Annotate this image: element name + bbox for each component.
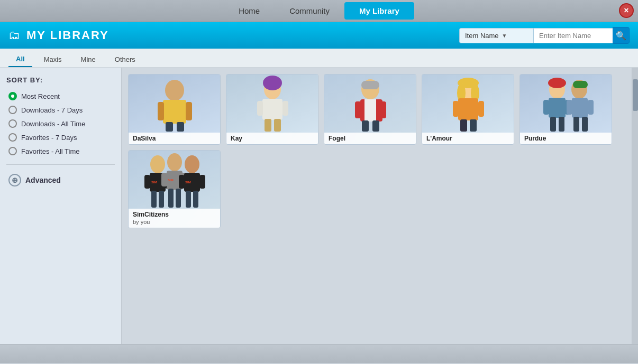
sort-downloads-all-time-label: Downloads - All Time [21, 120, 85, 128]
svg-rect-1 [163, 100, 186, 124]
search-area: Item Name ▼ 🔍 [459, 27, 630, 44]
card-simcitizens-label: SimCitizens by you [129, 209, 220, 228]
svg-rect-12 [274, 119, 281, 132]
nav-tab-home[interactable]: Home [224, 2, 275, 20]
svg-rect-55 [176, 189, 181, 208]
card-kay-label: Kay [226, 133, 318, 144]
svg-text:SIM: SIM [185, 181, 191, 184]
card-purdue-image [520, 74, 612, 133]
svg-rect-9 [257, 101, 263, 116]
card-lamour-label: L'Amour [422, 133, 514, 144]
header-bar: 🗂 My Library Item Name ▼ 🔍 [0, 22, 638, 49]
scrollbar-thumb[interactable] [633, 79, 638, 111]
svg-rect-18 [380, 101, 386, 118]
radio-most-recent [8, 92, 17, 100]
svg-rect-27 [478, 101, 484, 117]
card-simcitizens-sublabel: by you [133, 219, 150, 225]
card-dasilva-image [129, 74, 221, 133]
svg-rect-54 [168, 189, 174, 208]
svg-rect-61 [193, 191, 198, 208]
sort-favorites-7-days-label: Favorites - 7 Days [21, 134, 77, 142]
svg-rect-33 [543, 100, 549, 115]
svg-rect-29 [470, 119, 477, 132]
svg-rect-59 [199, 175, 205, 189]
svg-rect-42 [573, 117, 579, 132]
advanced-item[interactable]: ⊕ Advanced [6, 171, 115, 189]
advanced-icon: ⊕ [8, 174, 21, 186]
library-icon: 🗂 [8, 29, 20, 42]
search-input[interactable] [533, 28, 613, 43]
radio-favorites-7-days [8, 133, 17, 142]
svg-rect-46 [144, 175, 150, 189]
sort-label: Sort By: [6, 76, 115, 84]
svg-rect-43 [582, 117, 588, 132]
filter-tab-maxis[interactable]: Maxis [37, 52, 69, 67]
svg-rect-52 [161, 173, 167, 186]
svg-rect-19 [362, 120, 369, 132]
card-dasilva-label: DaSilva [129, 133, 220, 144]
search-icon: 🔍 [616, 31, 626, 41]
svg-rect-3 [186, 102, 192, 120]
filter-tab-mine[interactable]: Mine [74, 52, 103, 67]
nav-tab-community[interactable]: Community [275, 2, 344, 20]
sort-most-recent[interactable]: Most Recent [6, 89, 115, 103]
svg-rect-14 [361, 81, 379, 89]
svg-text:SIM: SIM [168, 179, 174, 182]
filter-tabs: All Maxis Mine Others [0, 49, 638, 68]
svg-rect-38 [573, 81, 588, 88]
sort-downloads-7-days-label: Downloads - 7 Days [21, 106, 83, 114]
svg-text:SIM: SIM [151, 181, 157, 184]
bottom-bar [0, 344, 638, 363]
svg-rect-20 [372, 120, 379, 132]
sort-favorites-all-time-label: Favorites - All Time [21, 147, 80, 155]
filter-tab-all[interactable]: All [8, 52, 32, 67]
top-nav: Home Community My Library × [0, 0, 638, 22]
svg-rect-32 [549, 98, 566, 118]
svg-rect-36 [559, 117, 564, 132]
card-dasilva[interactable]: DaSilva [128, 74, 221, 145]
card-lamour[interactable]: L'Amour [422, 74, 514, 145]
card-fogel-label: Fogel [324, 133, 416, 144]
svg-rect-26 [453, 101, 459, 117]
svg-rect-58 [179, 175, 185, 189]
page-title: My Library [26, 29, 453, 42]
svg-rect-28 [460, 119, 467, 132]
card-simcitizens[interactable]: SIM SIM SIM SimCitizens by you [128, 150, 221, 228]
svg-point-56 [185, 155, 199, 173]
card-fogel[interactable]: Fogel [324, 74, 416, 145]
sort-favorites-all-time[interactable]: Favorites - All Time [6, 144, 115, 158]
svg-rect-10 [282, 101, 288, 116]
svg-rect-2 [158, 102, 164, 120]
card-kay-image [226, 74, 318, 133]
item-name-dropdown[interactable]: Item Name ▼ [459, 28, 533, 43]
svg-point-50 [167, 153, 182, 171]
svg-rect-60 [186, 191, 191, 208]
svg-point-31 [548, 78, 566, 88]
svg-rect-5 [177, 122, 184, 132]
chevron-down-icon: ▼ [502, 33, 507, 39]
svg-rect-11 [265, 119, 271, 132]
card-kay[interactable]: Kay [226, 74, 318, 145]
dropdown-label: Item Name [465, 32, 499, 40]
sort-downloads-all-time[interactable]: Downloads - All Time [6, 117, 115, 130]
svg-rect-35 [550, 117, 556, 132]
search-button[interactable]: 🔍 [613, 27, 630, 44]
nav-tab-my-library[interactable]: My Library [344, 2, 414, 20]
main-content: Sort By: Most Recent Downloads - 7 Days … [0, 68, 638, 344]
right-scrollbar[interactable] [632, 68, 638, 344]
sort-favorites-7-days[interactable]: Favorites - 7 Days [6, 130, 115, 144]
card-lamour-image [422, 74, 514, 133]
svg-point-0 [165, 80, 184, 101]
card-purdue[interactable]: Purdue [519, 74, 612, 145]
filter-tab-others[interactable]: Others [107, 52, 143, 67]
grid-area: DaSilva Kay [122, 68, 632, 344]
svg-rect-39 [572, 98, 588, 118]
card-fogel-image [324, 74, 416, 133]
sort-downloads-7-days[interactable]: Downloads - 7 Days [6, 103, 115, 117]
card-purdue-label: Purdue [520, 133, 612, 144]
svg-rect-48 [151, 191, 157, 208]
svg-rect-4 [166, 122, 173, 132]
card-simcitizens-image: SIM SIM SIM [129, 151, 221, 209]
radio-downloads-7-days [8, 106, 17, 114]
close-button[interactable]: × [619, 3, 634, 18]
